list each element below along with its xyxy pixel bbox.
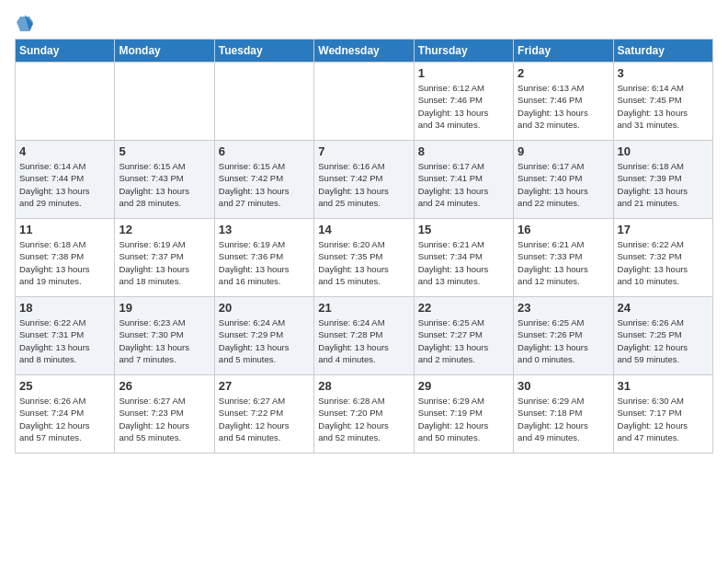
day-number: 3 xyxy=(618,66,709,80)
day-info: Sunrise: 6:21 AM Sunset: 7:34 PM Dayligh… xyxy=(418,238,509,287)
weekday-header-friday: Friday xyxy=(514,40,613,63)
logo xyxy=(15,15,33,28)
day-cell: 7Sunrise: 6:16 AM Sunset: 7:42 PM Daylig… xyxy=(314,141,414,219)
day-info: Sunrise: 6:14 AM Sunset: 7:44 PM Dayligh… xyxy=(19,160,110,209)
day-cell: 21Sunrise: 6:24 AM Sunset: 7:28 PM Dayli… xyxy=(314,297,414,375)
day-number: 8 xyxy=(418,144,509,158)
day-info: Sunrise: 6:29 AM Sunset: 7:19 PM Dayligh… xyxy=(418,395,509,443)
day-cell: 17Sunrise: 6:22 AM Sunset: 7:32 PM Dayli… xyxy=(613,219,712,297)
day-number: 11 xyxy=(19,223,110,236)
day-cell: 1Sunrise: 6:12 AM Sunset: 7:46 PM Daylig… xyxy=(414,63,513,141)
day-number: 1 xyxy=(418,66,509,80)
logo-icon xyxy=(17,15,33,31)
day-info: Sunrise: 6:24 AM Sunset: 7:28 PM Dayligh… xyxy=(318,316,409,365)
day-info: Sunrise: 6:28 AM Sunset: 7:20 PM Dayligh… xyxy=(318,395,409,443)
day-info: Sunrise: 6:22 AM Sunset: 7:31 PM Dayligh… xyxy=(19,316,110,365)
day-cell: 5Sunrise: 6:15 AM Sunset: 7:43 PM Daylig… xyxy=(115,141,214,219)
day-info: Sunrise: 6:25 AM Sunset: 7:26 PM Dayligh… xyxy=(518,316,609,365)
day-number: 18 xyxy=(19,301,110,315)
weekday-header-tuesday: Tuesday xyxy=(214,40,313,63)
day-number: 2 xyxy=(518,66,609,80)
day-cell: 23Sunrise: 6:25 AM Sunset: 7:26 PM Dayli… xyxy=(514,297,613,375)
day-number: 26 xyxy=(119,379,210,393)
day-info: Sunrise: 6:23 AM Sunset: 7:30 PM Dayligh… xyxy=(119,316,210,365)
day-number: 14 xyxy=(318,223,409,236)
day-cell: 27Sunrise: 6:27 AM Sunset: 7:22 PM Dayli… xyxy=(214,375,313,454)
day-cell: 30Sunrise: 6:29 AM Sunset: 7:18 PM Dayli… xyxy=(514,375,613,454)
day-number: 27 xyxy=(219,379,310,393)
weekday-header-monday: Monday xyxy=(115,40,214,63)
day-number: 25 xyxy=(19,379,110,393)
day-info: Sunrise: 6:14 AM Sunset: 7:45 PM Dayligh… xyxy=(618,82,709,131)
day-cell: 3Sunrise: 6:14 AM Sunset: 7:45 PM Daylig… xyxy=(613,63,712,141)
day-cell: 20Sunrise: 6:24 AM Sunset: 7:29 PM Dayli… xyxy=(214,297,313,375)
day-info: Sunrise: 6:29 AM Sunset: 7:18 PM Dayligh… xyxy=(518,395,609,443)
day-cell: 19Sunrise: 6:23 AM Sunset: 7:30 PM Dayli… xyxy=(115,297,214,375)
day-info: Sunrise: 6:20 AM Sunset: 7:35 PM Dayligh… xyxy=(318,238,409,287)
day-number: 9 xyxy=(518,144,609,158)
day-number: 23 xyxy=(518,301,609,315)
day-cell xyxy=(16,63,115,141)
weekday-header-row: SundayMondayTuesdayWednesdayThursdayFrid… xyxy=(16,40,713,63)
day-cell: 31Sunrise: 6:30 AM Sunset: 7:17 PM Dayli… xyxy=(613,375,712,454)
day-number: 16 xyxy=(518,223,609,236)
day-number: 31 xyxy=(618,379,709,393)
day-info: Sunrise: 6:13 AM Sunset: 7:46 PM Dayligh… xyxy=(518,82,609,131)
day-cell: 9Sunrise: 6:17 AM Sunset: 7:40 PM Daylig… xyxy=(514,141,613,219)
day-cell: 15Sunrise: 6:21 AM Sunset: 7:34 PM Dayli… xyxy=(414,219,513,297)
day-info: Sunrise: 6:21 AM Sunset: 7:33 PM Dayligh… xyxy=(518,238,609,287)
day-number: 17 xyxy=(618,223,709,236)
day-cell: 4Sunrise: 6:14 AM Sunset: 7:44 PM Daylig… xyxy=(16,141,115,219)
day-cell xyxy=(314,63,414,141)
day-info: Sunrise: 6:26 AM Sunset: 7:24 PM Dayligh… xyxy=(19,395,110,443)
day-number: 6 xyxy=(219,144,310,158)
day-number: 7 xyxy=(318,144,409,158)
day-cell: 16Sunrise: 6:21 AM Sunset: 7:33 PM Dayli… xyxy=(514,219,613,297)
day-number: 22 xyxy=(418,301,509,315)
day-cell: 2Sunrise: 6:13 AM Sunset: 7:46 PM Daylig… xyxy=(514,63,613,141)
day-info: Sunrise: 6:18 AM Sunset: 7:39 PM Dayligh… xyxy=(618,160,709,209)
day-cell: 29Sunrise: 6:29 AM Sunset: 7:19 PM Dayli… xyxy=(414,375,513,454)
day-info: Sunrise: 6:15 AM Sunset: 7:42 PM Dayligh… xyxy=(219,160,310,209)
week-row-3: 11Sunrise: 6:18 AM Sunset: 7:38 PM Dayli… xyxy=(16,219,713,297)
day-cell: 28Sunrise: 6:28 AM Sunset: 7:20 PM Dayli… xyxy=(314,375,414,454)
day-cell: 13Sunrise: 6:19 AM Sunset: 7:36 PM Dayli… xyxy=(214,219,313,297)
day-number: 20 xyxy=(219,301,310,315)
day-cell: 10Sunrise: 6:18 AM Sunset: 7:39 PM Dayli… xyxy=(613,141,712,219)
day-cell: 22Sunrise: 6:25 AM Sunset: 7:27 PM Dayli… xyxy=(414,297,513,375)
day-cell xyxy=(214,63,313,141)
week-row-4: 18Sunrise: 6:22 AM Sunset: 7:31 PM Dayli… xyxy=(16,297,713,375)
day-info: Sunrise: 6:25 AM Sunset: 7:27 PM Dayligh… xyxy=(418,316,509,365)
day-info: Sunrise: 6:19 AM Sunset: 7:36 PM Dayligh… xyxy=(219,238,310,287)
day-cell: 24Sunrise: 6:26 AM Sunset: 7:25 PM Dayli… xyxy=(613,297,712,375)
day-number: 19 xyxy=(119,301,210,315)
day-cell: 26Sunrise: 6:27 AM Sunset: 7:23 PM Dayli… xyxy=(115,375,214,454)
day-info: Sunrise: 6:27 AM Sunset: 7:23 PM Dayligh… xyxy=(119,395,210,443)
day-cell: 14Sunrise: 6:20 AM Sunset: 7:35 PM Dayli… xyxy=(314,219,414,297)
day-info: Sunrise: 6:26 AM Sunset: 7:25 PM Dayligh… xyxy=(618,316,709,365)
day-info: Sunrise: 6:18 AM Sunset: 7:38 PM Dayligh… xyxy=(19,238,110,287)
day-cell xyxy=(115,63,214,141)
week-row-2: 4Sunrise: 6:14 AM Sunset: 7:44 PM Daylig… xyxy=(16,141,713,219)
day-info: Sunrise: 6:16 AM Sunset: 7:42 PM Dayligh… xyxy=(318,160,409,209)
day-number: 15 xyxy=(418,223,509,236)
weekday-header-wednesday: Wednesday xyxy=(314,40,414,63)
day-info: Sunrise: 6:12 AM Sunset: 7:46 PM Dayligh… xyxy=(418,82,509,131)
day-number: 4 xyxy=(19,144,110,158)
day-cell: 12Sunrise: 6:19 AM Sunset: 7:37 PM Dayli… xyxy=(115,219,214,297)
day-info: Sunrise: 6:17 AM Sunset: 7:41 PM Dayligh… xyxy=(418,160,509,209)
day-number: 12 xyxy=(119,223,210,236)
day-info: Sunrise: 6:24 AM Sunset: 7:29 PM Dayligh… xyxy=(219,316,310,365)
calendar-table: SundayMondayTuesdayWednesdayThursdayFrid… xyxy=(15,39,713,454)
day-cell: 18Sunrise: 6:22 AM Sunset: 7:31 PM Dayli… xyxy=(16,297,115,375)
day-info: Sunrise: 6:15 AM Sunset: 7:43 PM Dayligh… xyxy=(119,160,210,209)
day-cell: 11Sunrise: 6:18 AM Sunset: 7:38 PM Dayli… xyxy=(16,219,115,297)
day-info: Sunrise: 6:22 AM Sunset: 7:32 PM Dayligh… xyxy=(618,238,709,287)
day-number: 10 xyxy=(618,144,709,158)
day-cell: 6Sunrise: 6:15 AM Sunset: 7:42 PM Daylig… xyxy=(214,141,313,219)
day-number: 30 xyxy=(518,379,609,393)
day-number: 21 xyxy=(318,301,409,315)
day-number: 29 xyxy=(418,379,509,393)
day-number: 28 xyxy=(318,379,409,393)
week-row-1: 1Sunrise: 6:12 AM Sunset: 7:46 PM Daylig… xyxy=(16,63,713,141)
